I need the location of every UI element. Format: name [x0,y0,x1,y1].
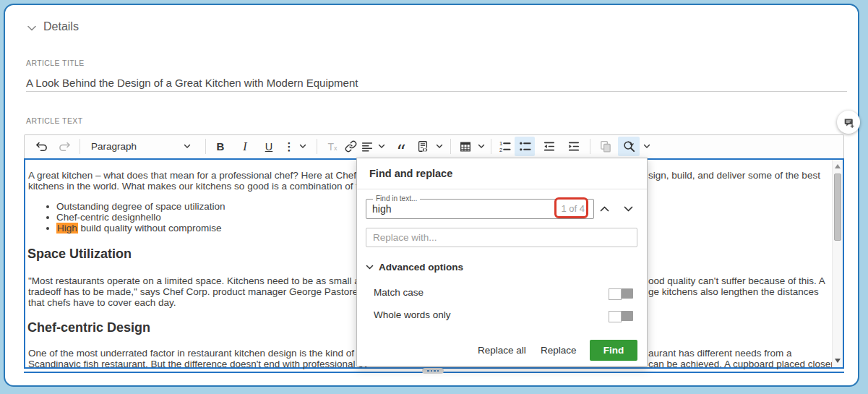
chevron-down-icon [624,206,633,212]
find-input-value: high [372,200,391,218]
insert-table-chevron[interactable] [475,137,488,156]
chevron-down-icon [478,144,485,149]
vertical-dots-icon: ⋮ [284,140,295,153]
text-alignment-button[interactable] [358,137,376,156]
remove-format-icon: Tx [327,141,337,153]
numbered-list-button[interactable]: 1 2 [494,137,515,156]
replace-button[interactable]: Replace [541,345,577,356]
paragraph-line: tradeoff has to be made," says Chef Corp… [28,286,379,297]
chevron-down-icon [436,144,443,149]
paragraph-line: sign, build, and deliver some of the bes… [648,170,820,181]
increase-indent-icon [567,140,580,153]
editor-scrollbar[interactable] [832,160,843,367]
redo-icon [57,140,72,154]
underline-button[interactable]: U [259,137,278,156]
bulleted-list-button[interactable] [515,137,535,156]
current-match-highlight: High [56,223,78,234]
scrollbar-thumb[interactable] [834,174,841,241]
dialog-title: Find and replace [369,168,452,179]
italic-icon: I [243,140,246,153]
chevron-down-icon [378,144,385,149]
paragraph-line: that chefs have to cover each day. [28,297,176,308]
advanced-options-toggle[interactable]: Advanced options [366,262,463,273]
chevron-down-icon [184,144,191,149]
details-section-title[interactable]: Details [43,20,79,33]
block-quote-button[interactable]: “ [391,137,411,156]
paragraph-line: Scandinavic fish restaurant. But the dif… [28,359,369,369]
italic-button[interactable]: I [236,137,254,156]
link-icon [345,140,357,153]
previous-result-button[interactable] [595,199,614,219]
bold-icon: B [217,140,225,153]
match-case-label: Match case [374,287,424,298]
paragraph-line: ood quality can't suffer because of this… [648,275,825,286]
remove-format-button[interactable]: Tx [322,137,343,156]
insert-html-chevron[interactable] [433,137,446,156]
paragraph-line: aurant has different needs from a [648,348,792,359]
list-item: High build quality without compromise [56,223,222,234]
advanced-options-label: Advanced options [379,262,463,273]
undo-icon [35,140,49,154]
match-case-switch[interactable] [609,288,633,299]
chevron-up-icon [600,206,609,212]
text-alignment-chevron[interactable] [375,137,388,156]
insert-html-button[interactable] [413,137,432,156]
chevron-down-icon [366,265,374,270]
table-icon [459,140,472,153]
find-button[interactable]: Find [590,340,637,361]
paragraph-line: "Most restaurants operate on a limited s… [28,275,370,286]
find-and-replace-icon [622,140,636,153]
align-left-icon [361,140,374,153]
bulleted-list-icon [518,140,532,153]
decrease-indent-button[interactable] [538,137,559,156]
find-and-replace-dialog: Find and replace Find in text... high 1 … [356,158,648,367]
heading-dropdown-label: Paragraph [91,141,137,152]
replace-input-placeholder: Replace with... [373,228,437,247]
list-item: Chef-centric designhello [56,212,161,223]
section-heading: Chef-centric Design [27,320,150,335]
bold-button[interactable]: B [211,137,230,156]
paragraph-line: A great kitchen – what does that mean fo… [28,170,371,181]
section-heading: Space Utilization [27,247,132,262]
paste-button[interactable] [595,137,615,156]
add-comment-button[interactable] [837,111,860,134]
whole-words-switch[interactable] [609,311,633,321]
whole-words-label: Whole words only [374,309,451,320]
details-collapse-chevron-icon[interactable] [27,25,37,32]
paragraph-line: One of the most underrated factor in res… [28,348,371,359]
article-text-label: ARTICLE TEXT [26,116,83,125]
chevron-down-icon [299,144,306,149]
insert-html-icon [416,140,429,153]
heading-dropdown[interactable]: Paragraph [82,137,198,156]
redo-button[interactable] [56,137,73,156]
article-title-field[interactable]: A Look Behind the Design of a Great Kitc… [26,77,358,89]
annotation-red-box [554,197,588,218]
scrollbar-arrow-up-icon[interactable] [835,164,841,168]
find-and-replace-chevron[interactable] [640,137,653,156]
paragraph-line: kitchens in the world. What makes our ki… [28,181,369,192]
editor-resize-handle[interactable] [422,368,444,374]
underline-icon: U [265,141,272,153]
paste-icon [598,140,612,153]
numbered-list-icon: 1 2 [498,140,512,153]
svg-text:2: 2 [499,147,502,153]
undo-button[interactable] [33,137,51,156]
article-title-underline [26,91,847,92]
find-and-replace-button[interactable] [618,137,640,156]
link-button[interactable] [341,137,360,156]
more-formatting-chevron[interactable] [296,137,309,156]
add-comment-icon [843,116,855,129]
article-title-label: ARTICLE TITLE [26,59,85,67]
more-formatting-button[interactable]: ⋮ [282,137,296,156]
paragraph-line: ge kitchens also lengthen the distances [648,286,819,297]
insert-table-button[interactable] [456,137,475,156]
scrollbar-arrow-down-icon[interactable] [835,359,841,363]
list-item: Outstanding degree of space utilization [56,201,225,212]
next-result-button[interactable] [619,199,638,219]
chevron-down-icon [643,144,650,149]
replace-input[interactable]: Replace with... [366,228,637,247]
paragraph-line: can be achieved. A cupboard placed close… [648,359,834,369]
replace-all-button[interactable]: Replace all [478,345,526,356]
increase-indent-button[interactable] [563,137,583,156]
decrease-indent-icon [542,140,556,153]
